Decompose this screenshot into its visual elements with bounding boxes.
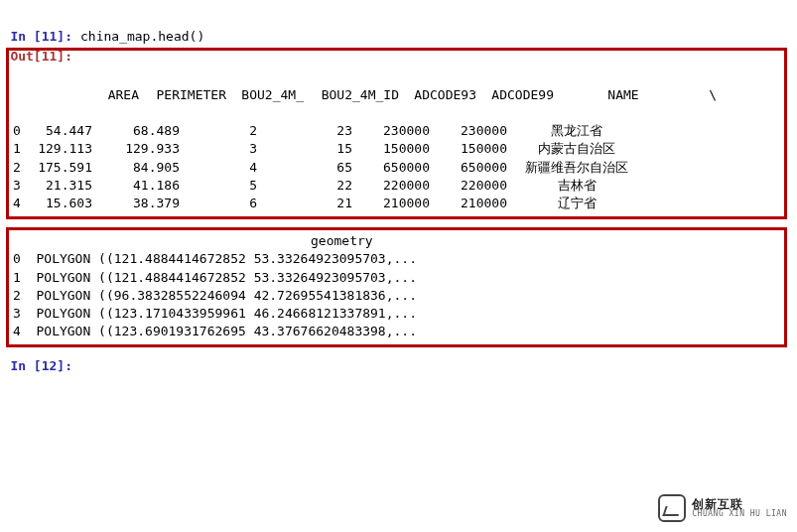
- col-area: AREA: [71, 86, 139, 104]
- row-index: 1: [13, 270, 21, 285]
- row-index: 3: [13, 306, 21, 321]
- row-index: 0: [13, 122, 25, 140]
- cell-adcode99: 210000: [430, 195, 507, 212]
- cell-name: 新疆维吾尔自治区: [507, 159, 646, 177]
- table-row: 4 POLYGON ((123.6901931762695 43.3767662…: [13, 323, 780, 340]
- cell-area: 21.315: [25, 177, 92, 195]
- watermark: 创新互联 CHUANG XIN HU LIAN: [658, 494, 787, 522]
- cell-perimeter: 41.186: [92, 177, 180, 195]
- cell-adcode93: 210000: [352, 195, 430, 212]
- cell-adcode93: 230000: [352, 122, 430, 140]
- cell-bou2-4m: 6: [180, 195, 257, 212]
- table-row: 054.44768.489223230000230000黑龙江省: [13, 122, 780, 140]
- table-row: 1129.113129.933315150000150000内蒙古自治区: [13, 140, 780, 158]
- table-row: 1 POLYGON ((121.4884414672852 53.3326492…: [13, 269, 780, 287]
- col-bou2-4m: BOU2_4M_: [226, 86, 304, 104]
- input-code-11[interactable]: china_map.head(): [80, 28, 204, 47]
- cell-area: 129.113: [25, 140, 92, 158]
- cell-adcode99: 650000: [430, 159, 507, 177]
- output-prompt-num-11: 11: [42, 49, 58, 64]
- cell-geometry: POLYGON ((123.6901931762695 43.376766204…: [36, 324, 417, 338]
- input-cell-11[interactable]: In [11]: china_map.head(): [6, 28, 791, 47]
- col-perimeter: PERIMETER: [139, 86, 226, 104]
- table-row: 0 POLYGON ((121.4884414672852 53.3326492…: [13, 250, 780, 268]
- cell-bou2-4m: 4: [180, 159, 257, 177]
- table-row: 2175.59184.905465650000650000新疆维吾尔自治区: [13, 159, 780, 177]
- col-name: NAME: [554, 86, 693, 104]
- row-index: 1: [13, 140, 25, 158]
- cell-name: 辽宁省: [507, 195, 646, 212]
- output-table-attributes: AREAPERIMETERBOU2_4M_BOU2_4M_IDADCODE93A…: [6, 48, 787, 220]
- row-index: 4: [13, 324, 21, 338]
- cell-bou2-4m: 2: [180, 122, 257, 140]
- cell-bou2-4m: 5: [180, 177, 257, 195]
- cell-adcode99: 230000: [430, 122, 507, 140]
- cell-bou2-4m-id: 21: [257, 195, 352, 212]
- cell-name: 吉林省: [507, 177, 646, 195]
- input-prompt-num-12: 12: [42, 358, 58, 373]
- cell-perimeter: 68.489: [92, 122, 180, 140]
- cell-adcode93: 220000: [352, 177, 430, 195]
- continuation-mark: \: [693, 86, 717, 104]
- cell-geometry: POLYGON ((121.4884414672852 53.332649230…: [36, 270, 417, 285]
- input-prompt-12: In [12]:: [6, 357, 80, 376]
- cell-perimeter: 38.379: [92, 195, 180, 212]
- col-adcode93: ADCODE93: [399, 86, 476, 104]
- cell-name: 黑龙江省: [507, 122, 646, 140]
- row-index: 2: [13, 288, 21, 303]
- input-cell-12[interactable]: In [12]:: [6, 357, 791, 376]
- cell-adcode93: 150000: [352, 140, 430, 158]
- cell-geometry: POLYGON ((96.38328552246094 42.726955413…: [36, 288, 417, 303]
- cell-adcode99: 220000: [430, 177, 507, 195]
- col-bou2-4m-id: BOU2_4M_ID: [304, 86, 399, 104]
- table-row: 2 POLYGON ((96.38328552246094 42.7269554…: [13, 287, 780, 305]
- table-row: 3 POLYGON ((123.1710433959961 46.2466812…: [13, 305, 780, 323]
- input-prompt-11: In [11]:: [6, 28, 80, 47]
- geometry-header: geometry: [13, 232, 780, 250]
- watermark-logo-icon: [658, 494, 686, 522]
- cell-bou2-4m-id: 65: [257, 159, 352, 177]
- table-row: 415.60338.379621210000210000辽宁省: [13, 195, 780, 212]
- table-header-row: AREAPERIMETERBOU2_4M_BOU2_4M_IDADCODE93A…: [13, 68, 780, 123]
- cell-area: 15.603: [25, 195, 92, 212]
- cell-geometry: POLYGON ((121.4884414672852 53.332649230…: [36, 251, 417, 266]
- col-adcode99: ADCODE99: [476, 86, 554, 104]
- cell-name: 内蒙古自治区: [507, 140, 646, 158]
- row-index: 0: [13, 251, 21, 266]
- input-prompt-num-11: 11: [42, 29, 58, 44]
- cell-area: 175.591: [25, 159, 92, 177]
- row-index: 4: [13, 195, 25, 212]
- row-index: 3: [13, 177, 25, 195]
- table-row: 321.31541.186522220000220000吉林省: [13, 177, 780, 195]
- cell-geometry: POLYGON ((123.1710433959961 46.246681213…: [36, 306, 417, 321]
- cell-bou2-4m-id: 22: [257, 177, 352, 195]
- cell-adcode93: 650000: [352, 159, 430, 177]
- watermark-en: CHUANG XIN HU LIAN: [692, 510, 787, 518]
- cell-area: 54.447: [25, 122, 92, 140]
- cell-perimeter: 84.905: [92, 159, 180, 177]
- output-prompt-11: Out[11]:: [6, 48, 80, 66]
- cell-bou2-4m-id: 23: [257, 122, 352, 140]
- cell-perimeter: 129.933: [92, 140, 180, 158]
- cell-bou2-4m: 3: [180, 140, 257, 158]
- row-index: 2: [13, 159, 25, 177]
- output-table-geometry: geometry 0 POLYGON ((121.4884414672852 5…: [6, 227, 787, 347]
- cell-adcode99: 150000: [430, 140, 507, 158]
- cell-bou2-4m-id: 15: [257, 140, 352, 158]
